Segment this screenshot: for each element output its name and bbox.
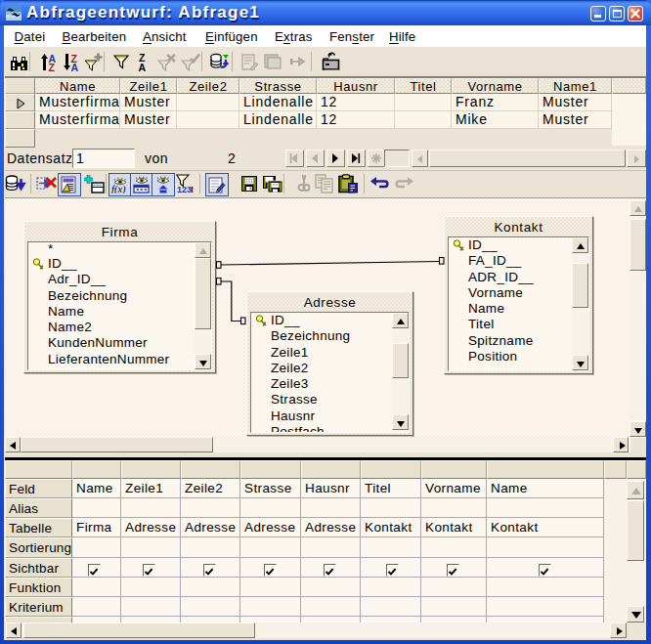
svg-text:A: A — [139, 62, 147, 72]
svg-text:123: 123 — [177, 185, 192, 194]
svg-text:Z: Z — [49, 62, 56, 72]
svg-text:A: A — [71, 62, 79, 72]
svg-text:!: ! — [191, 185, 194, 194]
